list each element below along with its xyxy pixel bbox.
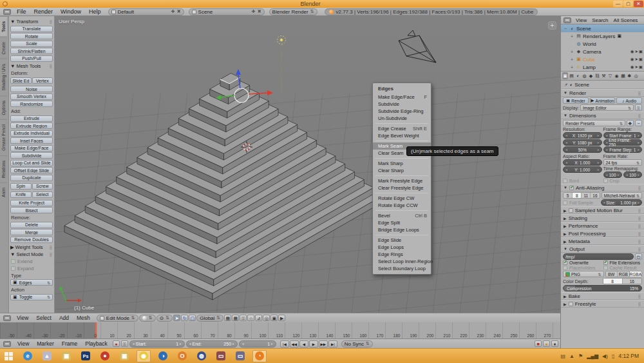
outliner-row-renderlayers[interactable]: +▤RenderLayers▣ [561, 32, 644, 40]
taskbar-icon-screen-recorder-2[interactable]: ▭ [233, 350, 247, 362]
outliner-row-world[interactable]: ◍World [561, 40, 644, 48]
screen-layout-selector[interactable]: Default ✚ ✖ [108, 8, 184, 15]
properties-tab-render-layers[interactable]: ▤ [569, 72, 574, 79]
volume-icon[interactable]: ◀) [602, 353, 608, 359]
menu-marker[interactable]: Marker [33, 340, 57, 348]
aa-sample-16[interactable]: 16 [591, 193, 599, 198]
selectability-cursor-icon[interactable]: ➤ [634, 64, 638, 70]
shelf-button-subdivide[interactable]: Subdivide [10, 152, 53, 159]
lock-icon[interactable]: ⚿ [240, 315, 247, 321]
shelf-panel-header-select-mode[interactable]: ▼Select Mode⣿ [10, 251, 53, 257]
start-button[interactable] [0, 349, 17, 363]
depth-16[interactable]: 16 [623, 279, 641, 284]
properties-tab-texture[interactable]: ▦ [620, 72, 626, 79]
shelf-button-smooth-vertex[interactable]: Smooth Vertex [10, 93, 53, 100]
panel-checkbox[interactable] [569, 208, 573, 213]
expander-icon[interactable]: + [569, 50, 574, 54]
pivot-selector[interactable]: ⊙⇅ [156, 315, 173, 322]
shelf-button-delete[interactable]: Delete [10, 222, 53, 228]
taskbar-icon-folder[interactable]: ▣ [117, 350, 131, 362]
taskbar-icon-file-explorer[interactable]: ▣ [59, 350, 73, 362]
aa-checkbox[interactable] [569, 186, 574, 190]
outliner-row-camera[interactable]: +◆Camera◉➤▣ [561, 48, 644, 55]
shelf-button-loop-cut-and-slide[interactable]: Loop Cut and Slide [10, 160, 53, 166]
menu-render[interactable]: Render [30, 8, 57, 16]
outliner-row-lamp[interactable]: +⊙Lamp◉➤▣ [561, 63, 644, 71]
panel-header-sampled-motion-blur[interactable]: ▶Sampled Motion Blur⣿ [561, 206, 644, 214]
mode-selector[interactable]: Edit Mode ⇅ [97, 315, 138, 322]
language-indicator[interactable]: ▤ [560, 353, 565, 359]
properties-tab-physics[interactable]: ◎ [633, 72, 639, 79]
compression-slider[interactable]: Compression 15% [563, 285, 642, 291]
menu-view[interactable]: View [13, 314, 32, 322]
shelf-tab-grease-pencil[interactable]: Grease Pencil [0, 119, 7, 155]
aa-sample-8[interactable]: 8 [573, 193, 582, 198]
shelf-button-screw[interactable]: Screw [32, 183, 53, 190]
shelf-button-spin[interactable]: Spin [10, 183, 32, 190]
menu-item-select-boundary-loop[interactable]: Select Boundary Loop [373, 265, 431, 272]
taskbar-icon-internet-explorer[interactable]: e [21, 350, 35, 362]
properties-tab-world[interactable]: ◍ [582, 72, 587, 79]
frame-range-field[interactable]: ◂End Frame: 250▸ [603, 139, 643, 146]
panel-checkbox[interactable] [569, 302, 573, 306]
menu-file[interactable]: File [13, 8, 30, 16]
manipulator-rotate-icon[interactable]: ↻ [181, 315, 188, 321]
visibility-eye-icon[interactable]: ◉ [630, 64, 634, 70]
time-remap-field[interactable]: ◂100▸ [603, 172, 622, 178]
shelf-panel-header-transform[interactable]: ▼Transform⣿ [10, 19, 53, 25]
menu-add[interactable]: Add [55, 314, 73, 322]
pyramid-mesh[interactable] [64, 74, 383, 300]
properties-tab-constraints[interactable]: ⛓ [594, 72, 600, 79]
panel-header-output[interactable]: ▼Output⣿ [561, 245, 644, 253]
shelf-tab-anim[interactable]: Anim [0, 182, 7, 202]
shelf-button-push-pull[interactable]: Push/Pull [10, 55, 53, 62]
next-keyframe-button[interactable]: ▶▶ [319, 340, 328, 348]
frame-end-field[interactable]: ◂End: 250▸ [186, 340, 238, 348]
viewport-editor-type-icon[interactable] [3, 315, 11, 321]
panel-header-freestyle[interactable]: ▶Freestyle⣿ [561, 300, 644, 308]
visibility-eye-icon[interactable]: ◉ [630, 49, 634, 54]
shelf-dropdown-toggle[interactable]: ▣Toggle⇅ [10, 294, 53, 300]
border-checkbox[interactable]: Bord [563, 179, 602, 183]
channel-bw[interactable]: BW [606, 271, 618, 277]
taskbar-icon-app-dark[interactable]: ◍ [194, 350, 209, 362]
orientation-selector[interactable]: Global ⇅ [196, 315, 223, 322]
device-icon[interactable]: ▯ [612, 353, 614, 359]
preset-add-button[interactable]: ✚ [627, 120, 634, 126]
shelf-button-extrude-region[interactable]: Extrude Region [10, 123, 53, 129]
auto-keyframe-icon[interactable]: ■ [535, 340, 542, 347]
shading-selector[interactable]: ⇅ [139, 315, 156, 322]
placeholders-checkbox[interactable]: Placeholders [563, 266, 602, 270]
aspect-field[interactable]: ◂X: 1.000▸ [563, 159, 602, 166]
resolution-field[interactable]: ◂50%▸ [563, 146, 602, 153]
jump-to-start-button[interactable]: |◀ [280, 340, 289, 348]
shelf-tab-shading-uvs[interactable]: Shading / UVs [0, 59, 7, 95]
layout-add-icon[interactable]: ✚ [171, 9, 175, 14]
shelf-tab-create[interactable]: Create [0, 37, 7, 59]
properties-tab-modifiers[interactable]: ⚒ [601, 72, 607, 79]
shelf-button-remove-doubles[interactable]: Remove Doubles [10, 237, 53, 243]
layout-browse-icon[interactable] [111, 10, 116, 14]
aa-sample-5[interactable]: 5 [564, 193, 573, 198]
record-icon[interactable]: ● [113, 340, 120, 347]
timeline-ruler[interactable]: -50-40-30-20-100102030405060708090100110… [0, 322, 560, 338]
panel-header-metadata[interactable]: ▶Metadata⣿ [561, 237, 644, 245]
panel-header-anti-aliasing[interactable]: ▼Anti-Aliasing⣿ [561, 184, 644, 191]
menu-item-edge-loops[interactable]: Edge Loops [373, 244, 431, 251]
keyingset-icon[interactable]: ● [543, 340, 550, 347]
play-reverse-button[interactable]: ◀ [299, 340, 308, 348]
display-lock-icon[interactable]: ⚿ [635, 104, 642, 111]
menu-frame[interactable]: Frame [58, 340, 82, 348]
region-expand-tab[interactable]: + [548, 21, 556, 30]
maximize-button[interactable]: ▢ [623, 1, 633, 7]
scene-selector[interactable]: Scene ✚ ✖ [189, 8, 265, 15]
clock[interactable]: 4:12 PM [618, 353, 639, 359]
menu-item-edge-bevel-weight[interactable]: Edge Bevel Weight [373, 132, 431, 139]
outliner-row-cube[interactable]: +▣Cube◉➤▣ [561, 55, 644, 63]
shelf-button-extrude-individual[interactable]: Extrude Individual [10, 130, 53, 137]
shelf-button-merge[interactable]: Merge [10, 229, 53, 235]
aa-sample-11[interactable]: 11 [582, 193, 591, 198]
shelf-panel-header-mesh-tools[interactable]: ▼Mesh Tools⣿ [10, 63, 53, 69]
shelf-button-offset-edge-slide[interactable]: Offset Edge Slide [10, 167, 53, 173]
properties-tab-render[interactable]: ▣ [562, 72, 568, 79]
